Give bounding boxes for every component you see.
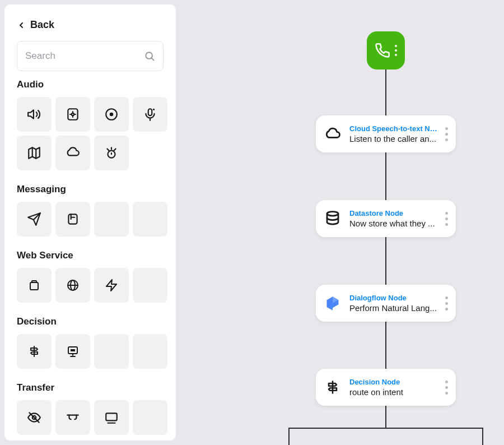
svg-point-4 <box>72 113 74 115</box>
note-icon <box>66 212 80 226</box>
back-label: Back <box>30 19 54 31</box>
tool-bridge[interactable] <box>55 400 90 435</box>
dialogflow-icon <box>324 294 342 312</box>
svg-point-36 <box>327 212 338 216</box>
svg-point-9 <box>153 109 155 110</box>
svg-line-1 <box>152 58 154 61</box>
svg-marker-2 <box>28 110 34 118</box>
tool-note[interactable] <box>55 202 90 237</box>
tool-monitor[interactable] <box>55 334 90 369</box>
sidebar: Back Audio Messaging <box>4 4 176 441</box>
flow-node-text: Dialogflow Node Perform Natural Lang... <box>349 294 437 313</box>
search-box[interactable] <box>17 41 164 71</box>
tool-speaker[interactable] <box>17 97 52 132</box>
branch-right <box>482 428 483 445</box>
flow-node-title: Decision Node <box>349 378 437 386</box>
signpost-icon <box>324 378 342 396</box>
flow-canvas[interactable]: Cloud Speech-to-text Node Listen to the … <box>179 0 504 445</box>
connector-1 <box>385 69 386 115</box>
flow-node-menu[interactable] <box>445 127 448 141</box>
section-title-messaging: Messaging <box>17 184 164 195</box>
signpost-icon <box>27 345 41 358</box>
phone-icon <box>375 43 390 58</box>
tool-zap[interactable] <box>94 268 129 303</box>
svg-line-15 <box>107 149 109 150</box>
svg-point-6 <box>110 113 113 115</box>
zap-icon <box>105 279 118 292</box>
connector-3 <box>385 237 386 285</box>
flow-node-title: Cloud Speech-to-text Node <box>349 124 437 133</box>
flow-node-menu[interactable] <box>445 212 448 226</box>
tool-grid-audio <box>17 97 164 170</box>
svg-rect-34 <box>106 413 117 420</box>
section-title-audio: Audio <box>17 79 164 90</box>
tool-globe[interactable] <box>55 268 90 303</box>
chevron-left-icon <box>17 21 26 30</box>
search-input[interactable] <box>25 50 144 62</box>
connector-5 <box>385 406 386 428</box>
tool-map[interactable] <box>17 136 52 170</box>
flow-node-decision[interactable]: Decision Node route on intent <box>316 369 456 406</box>
speaker-icon <box>27 107 41 122</box>
tool-cloud[interactable] <box>55 136 90 170</box>
globe-icon <box>66 279 80 292</box>
tool-messaging-empty-2[interactable] <box>133 202 167 237</box>
package-icon <box>27 279 41 292</box>
svg-marker-10 <box>29 147 40 159</box>
flow-node-desc: route on intent <box>349 387 437 397</box>
tool-settings-card[interactable] <box>55 97 90 132</box>
svg-rect-18 <box>68 214 77 224</box>
svg-marker-25 <box>106 280 116 291</box>
eye-off-icon <box>27 410 41 425</box>
svg-rect-3 <box>68 109 77 120</box>
tool-send[interactable] <box>17 202 52 237</box>
start-node[interactable] <box>367 31 405 69</box>
tool-record[interactable] <box>94 97 129 132</box>
tool-webservice-empty[interactable] <box>133 268 167 303</box>
tool-microphone[interactable] <box>133 97 167 132</box>
connector-4 <box>385 321 386 369</box>
tool-package[interactable] <box>17 268 52 303</box>
flow-node-datastore[interactable]: Datastore Node Now store what they ... <box>316 200 456 237</box>
search-icon <box>144 50 155 62</box>
monitor-icon <box>66 345 80 358</box>
tool-alert[interactable] <box>94 136 129 170</box>
map-icon <box>27 146 41 160</box>
tool-decision-empty-1[interactable] <box>94 334 129 369</box>
tool-eye-off[interactable] <box>17 400 52 435</box>
tool-display[interactable] <box>94 400 129 435</box>
display-icon <box>104 410 119 425</box>
tool-messaging-empty-1[interactable] <box>94 202 129 237</box>
flow-node-text: Cloud Speech-to-text Node Listen to the … <box>349 124 437 143</box>
send-icon <box>27 212 41 226</box>
flow-node-text: Decision Node route on intent <box>349 378 437 397</box>
record-icon <box>104 107 119 122</box>
tool-transfer-empty[interactable] <box>133 400 167 435</box>
flow-node-menu[interactable] <box>445 381 448 395</box>
svg-rect-28 <box>71 349 75 351</box>
svg-line-16 <box>114 149 115 150</box>
flow-node-text: Datastore Node Now store what they ... <box>349 209 437 228</box>
branch-horizontal <box>288 428 483 429</box>
flow-node-title: Dialogflow Node <box>349 294 437 302</box>
tool-grid-decision <box>17 334 164 369</box>
flow-node-desc: Perform Natural Lang... <box>349 303 437 313</box>
branch-left <box>288 428 290 445</box>
microphone-icon <box>143 107 157 122</box>
flow-node-title: Datastore Node <box>349 209 437 217</box>
svg-rect-7 <box>148 109 152 115</box>
tool-decision-empty-2[interactable] <box>133 334 167 369</box>
flow-node-dialogflow[interactable]: Dialogflow Node Perform Natural Lang... <box>316 285 456 322</box>
connector-2 <box>385 152 386 200</box>
flow-node-desc: Listen to the caller an... <box>349 134 437 143</box>
tool-grid-webservice <box>17 268 164 303</box>
start-node-menu[interactable] <box>395 45 397 56</box>
database-icon <box>324 210 342 228</box>
section-title-decision: Decision <box>17 316 164 327</box>
tool-signpost[interactable] <box>17 334 52 369</box>
svg-rect-21 <box>30 282 38 290</box>
flow-node-menu[interactable] <box>445 296 448 310</box>
section-title-transfer: Transfer <box>17 382 164 393</box>
flow-node-speech-to-text[interactable]: Cloud Speech-to-text Node Listen to the … <box>316 115 456 152</box>
back-button[interactable]: Back <box>17 19 164 31</box>
